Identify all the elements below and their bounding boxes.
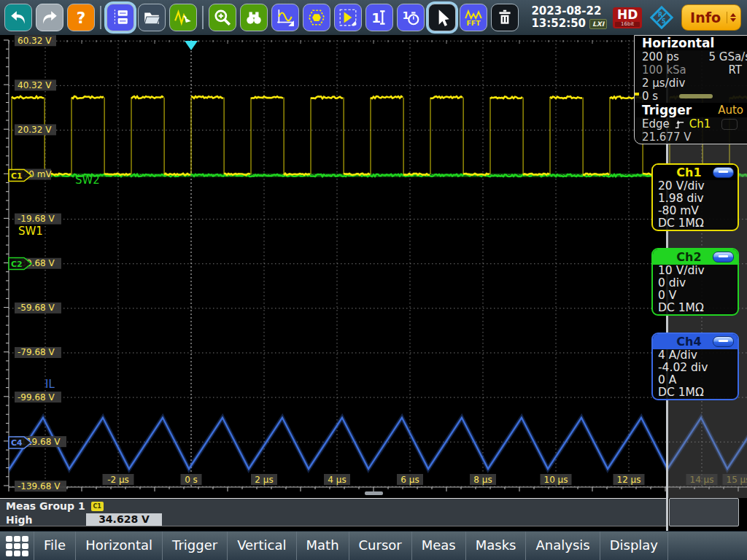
channel1-offset: -80 mV: [653, 205, 738, 217]
menu-item-horizontal[interactable]: Horizontal: [76, 532, 163, 560]
zoom-button[interactable]: [209, 4, 236, 31]
trigger-section-title: Trigger Auto: [635, 103, 747, 117]
hd-mode-badge: HD 16bit: [613, 7, 642, 28]
y-axis-label: -59.68 V: [18, 303, 55, 313]
redo-button[interactable]: [36, 4, 63, 31]
menu-bar: FileHorizontalTriggerVerticalMathCursorM…: [0, 531, 747, 560]
trigger-mode: Auto: [718, 103, 743, 117]
toolbar-separator: [100, 6, 101, 29]
channel2-coupling: DC 1MΩ: [653, 302, 738, 314]
delete-button[interactable]: [491, 4, 519, 31]
y-axis-label: -79.68 V: [18, 347, 55, 357]
svg-text:FFT: FFT: [467, 19, 481, 27]
measurement-row: High 34.628 V: [0, 513, 666, 526]
channel1-minimize-button[interactable]: [713, 167, 734, 178]
math-waveform-icon: [276, 8, 295, 27]
channel2-box[interactable]: Ch2 10 V/div 0 div 0 V DC 1MΩ: [651, 248, 739, 316]
trigger-level-row[interactable]: 21.677 V: [635, 131, 747, 144]
channel1-box[interactable]: Ch1 20 V/div 1.98 div -80 mV DC 1MΩ: [651, 163, 739, 231]
mask-test-button[interactable]: [303, 4, 330, 31]
channel2-minimize-button[interactable]: [713, 252, 734, 262]
open-file-button[interactable]: [138, 4, 166, 31]
channel4-header[interactable]: Ch4: [653, 334, 738, 349]
menu-item-file[interactable]: File: [34, 532, 76, 560]
cursor-measure-icon: 1: [370, 8, 389, 27]
info-spinner-arrows[interactable]: [727, 12, 737, 23]
sample-rate: 5 GSa/s: [708, 50, 747, 63]
fft-button[interactable]: FFT: [460, 4, 487, 31]
svg-text:R: R: [658, 12, 662, 18]
channel4-box[interactable]: Ch4 4 A/div -4.02 div 0 A DC 1MΩ: [651, 332, 739, 400]
quick-measure-button[interactable]: 1: [397, 4, 425, 31]
undo-button[interactable]: [4, 4, 32, 31]
time-text: 13:52:50: [531, 18, 586, 30]
binoculars-icon: [244, 8, 263, 27]
menu-item-display[interactable]: Display: [600, 532, 668, 560]
svg-text:1: 1: [371, 10, 381, 26]
measurement-panel[interactable]: Meas Group 1 C1 High 34.628 V: [0, 498, 666, 526]
apps-menu-button[interactable]: [0, 532, 34, 560]
datetime: 2023-08-22 13:52:50 LXI: [531, 5, 607, 30]
right-bottom-panel: [669, 498, 739, 526]
measurement-value: 34.628 V: [86, 513, 162, 526]
menu-item-masks[interactable]: Masks: [466, 532, 527, 560]
acquisition-mode: RT: [729, 63, 743, 77]
horizontal-trigger-panel[interactable]: Horizontal 200 ps 5 GSa/s 100 kSa RT 2 µ…: [634, 35, 747, 144]
info-button[interactable]: Info: [681, 4, 741, 31]
trace-label-il: IL: [45, 378, 55, 391]
horizontal-scroll-handle[interactable]: [365, 491, 383, 495]
report-button[interactable]: [334, 4, 362, 31]
date-text: 2023-08-22: [531, 5, 607, 18]
select-pointer-button[interactable]: [428, 4, 456, 31]
cursor-button[interactable]: 1: [365, 4, 393, 31]
trigger-source: Ch1: [689, 117, 711, 131]
trigger-level-tick: [634, 93, 639, 96]
mask-icon: [307, 8, 326, 27]
search-button[interactable]: [240, 4, 268, 31]
horizontal-scale-row[interactable]: 2 µs/div: [635, 77, 747, 90]
channel4-position: -4.02 div: [653, 362, 738, 374]
menu-item-trigger[interactable]: Trigger: [163, 532, 228, 560]
menu-item-analysis[interactable]: Analysis: [526, 532, 600, 560]
menu-item-cursor[interactable]: Cursor: [349, 532, 412, 560]
x-axis-label: 4 µs: [328, 475, 346, 485]
x-axis-label: 8 µs: [473, 475, 492, 485]
menu-item-meas[interactable]: Meas: [412, 532, 466, 560]
position-slider[interactable]: [679, 94, 713, 98]
channel4-coupling: DC 1MΩ: [653, 386, 738, 399]
dialogs-button[interactable]: [107, 4, 134, 31]
x-axis-label: 6 µs: [400, 475, 419, 485]
toolbar-separator: [202, 6, 204, 29]
horizontal-record-row[interactable]: 100 kSa RT: [635, 63, 747, 77]
trigger-type-row[interactable]: Edge Ch1: [635, 117, 747, 131]
folder-icon: [142, 8, 161, 27]
quick-measure-icon: 1: [401, 8, 420, 27]
flag-icon: [338, 8, 357, 27]
channel4-minimize-button[interactable]: [713, 336, 734, 347]
toolbar: ?: [0, 0, 747, 35]
menu-item-vertical[interactable]: Vertical: [228, 532, 296, 560]
fft-icon: FFT: [464, 8, 483, 27]
rising-edge-icon: [674, 119, 685, 130]
channel2-offset: 0 V: [653, 289, 738, 302]
y-axis-label: -139.68 V: [18, 481, 61, 491]
help-button[interactable]: ?: [67, 4, 95, 31]
math-button[interactable]: [271, 4, 299, 31]
menu-item-math[interactable]: Math: [297, 532, 349, 560]
magnifier-icon: [213, 8, 232, 27]
y-axis-label: 40.32 V: [18, 80, 52, 90]
channel1-header[interactable]: Ch1: [653, 165, 738, 180]
horizontal-position-row[interactable]: 0 s: [635, 90, 747, 103]
horizontal-resolution-row[interactable]: 200 ps 5 GSa/s: [635, 50, 747, 63]
apps-grid-icon: [6, 536, 28, 556]
annotate-button[interactable]: [169, 4, 197, 31]
channel2-header[interactable]: Ch2: [653, 249, 738, 265]
rohde-schwarz-logo: R S: [648, 4, 676, 31]
measurement-group-header[interactable]: Meas Group 1 C1: [0, 499, 666, 513]
measurement-source-badge: C1: [91, 502, 104, 511]
toolbar-status-area: 2023-08-22 13:52:50 LXI HD 16bit R S Inf…: [531, 4, 743, 31]
x-axis-label: 0 s: [185, 475, 198, 485]
x-axis-label: 12 µs: [617, 475, 641, 485]
lxi-badge: LXI: [589, 19, 607, 29]
x-axis-label: 10 µs: [544, 475, 568, 485]
